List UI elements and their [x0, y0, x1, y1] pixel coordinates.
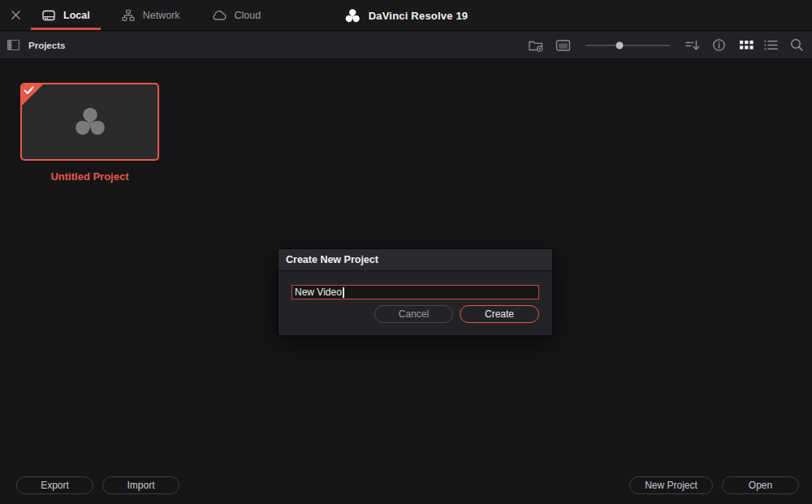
page-title: Projects	[28, 41, 65, 50]
tab-local[interactable]: Local	[31, 0, 101, 30]
import-button[interactable]: Import	[102, 476, 179, 494]
list-view-button[interactable]	[764, 36, 778, 55]
search-icon	[790, 38, 804, 52]
info-button[interactable]	[712, 36, 726, 55]
app-title: DaVinci Resolve 19	[369, 10, 469, 22]
dialog-header: Create New Project	[279, 249, 552, 271]
app-brand: DaVinci Resolve 19	[344, 0, 469, 31]
project-card-untitled[interactable]	[20, 83, 159, 161]
project-name-input[interactable]: New Video	[292, 285, 539, 299]
export-button[interactable]: Export	[16, 476, 93, 494]
slider-track	[585, 45, 670, 46]
tab-cloud-label: Cloud	[235, 10, 261, 21]
tab-network[interactable]: Network	[110, 0, 191, 30]
sort-order-button[interactable]	[685, 36, 700, 55]
project-name-label: Untitled Project	[20, 170, 159, 183]
zoom-slider-handle[interactable]	[615, 41, 623, 49]
close-icon	[11, 11, 20, 19]
checkmark-icon	[24, 86, 34, 95]
close-button[interactable]	[0, 0, 31, 30]
grid-view-button[interactable]	[740, 36, 754, 55]
grid-view-icon	[740, 41, 754, 50]
tab-local-label: Local	[63, 10, 90, 21]
thumbnail-preview-button[interactable]	[555, 36, 571, 55]
tab-network-label: Network	[143, 10, 180, 21]
text-caret	[343, 287, 344, 298]
info-icon	[712, 38, 726, 52]
create-button[interactable]: Create	[460, 305, 539, 323]
thumbnail-preview-icon	[555, 39, 571, 52]
active-tab-underline	[31, 28, 101, 30]
search-button[interactable]	[790, 36, 804, 55]
thumbnail-zoom-slider[interactable]	[585, 36, 670, 55]
project-manager-window: { "titlebar": { "tabs": [ { "label": "Lo…	[0, 0, 812, 504]
cancel-button[interactable]: Cancel	[374, 305, 453, 323]
network-icon	[121, 8, 136, 23]
tab-bar: Local Network Cloud	[31, 0, 281, 30]
titlebar: Local Network Cloud Da	[0, 0, 812, 31]
new-project-button[interactable]: New Project	[629, 476, 713, 494]
project-name-input-value: New Video	[295, 286, 342, 298]
davinci-resolve-logo-icon	[344, 7, 361, 24]
list-view-icon	[764, 40, 778, 50]
new-folder-icon	[528, 38, 544, 53]
hard-drive-icon	[41, 8, 56, 23]
cloud-icon	[211, 8, 227, 23]
dialog-title: Create New Project	[286, 254, 378, 265]
panel-toggle-icon[interactable]	[6, 36, 20, 55]
projects-toolbar: Projects	[0, 32, 812, 59]
create-new-project-dialog: Create New Project New Video Cancel Crea…	[278, 248, 553, 336]
new-folder-button[interactable]	[528, 36, 544, 55]
sort-order-icon	[685, 38, 700, 53]
selected-badge	[21, 84, 44, 106]
project-thumbnail-logo-icon	[72, 103, 108, 140]
open-button[interactable]: Open	[722, 476, 799, 494]
tab-cloud[interactable]: Cloud	[201, 0, 272, 30]
